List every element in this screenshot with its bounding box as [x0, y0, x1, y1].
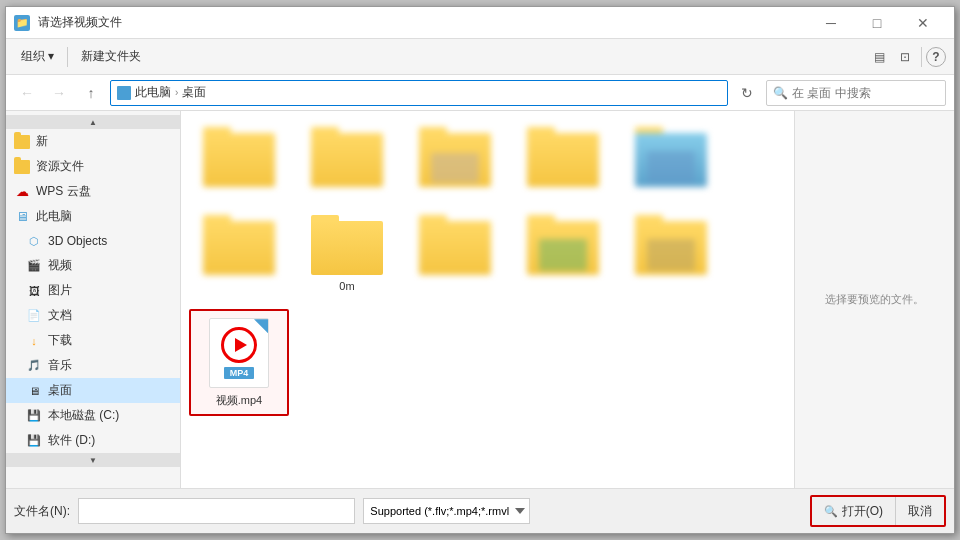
folder-icon-5 [635, 127, 707, 187]
organize-button[interactable]: 组织 ▾ [14, 45, 61, 69]
forward-button[interactable]: → [46, 80, 72, 106]
open-icon: 🔍 [824, 505, 838, 518]
title-bar: 📁 请选择视频文件 ─ □ ✕ [6, 7, 954, 39]
file-area: 0m [181, 111, 794, 488]
path-separator: › [175, 87, 178, 98]
file-dialog: 📁 请选择视频文件 ─ □ ✕ 组织 ▾ 新建文件夹 ▤ ⊡ ? ← → ↑ 此… [5, 6, 955, 534]
documents-icon: 📄 [26, 308, 42, 324]
sidebar-item-wps[interactable]: ☁ WPS 云盘 [6, 179, 180, 204]
preview-panel: 选择要预览的文件。 [794, 111, 954, 488]
folder-shape [14, 160, 30, 174]
sidebar-scroll-down[interactable]: ▼ [6, 453, 180, 467]
folder-shape [14, 135, 30, 149]
sidebar-item-video[interactable]: 🎬 视频 [6, 253, 180, 278]
folder-icon-4 [527, 127, 599, 187]
sidebar-label-music: 音乐 [48, 357, 72, 374]
sidebar: ▲ 新 资源文件 ☁ WPS 云盘 🖥 [6, 111, 181, 488]
sidebar-item-resources[interactable]: 资源文件 [6, 154, 180, 179]
folder-icon-7 [311, 215, 383, 275]
desktop-icon: 🖥 [26, 383, 42, 399]
sidebar-label-software-d: 软件 (D:) [48, 432, 95, 449]
folder-icon-3 [419, 127, 491, 187]
video-icon: 🎬 [26, 258, 42, 274]
search-box: 🔍 [766, 80, 946, 106]
path-icon [117, 86, 131, 100]
file-item-folder1[interactable] [189, 119, 289, 199]
mp4-label: 视频.mp4 [216, 393, 262, 407]
title-buttons: ─ □ ✕ [808, 7, 946, 39]
sidebar-item-downloads[interactable]: ↓ 下载 [6, 328, 180, 353]
folder-label-7: 0m [339, 279, 354, 293]
filename-input[interactable] [78, 498, 355, 524]
up-button[interactable]: ↑ [78, 80, 104, 106]
maximize-button[interactable]: □ [854, 7, 900, 39]
file-item-folder6[interactable] [189, 207, 289, 301]
mp4-fold [254, 319, 268, 333]
sidebar-item-desktop[interactable]: 🖥 桌面 [6, 378, 180, 403]
refresh-button[interactable]: ↻ [734, 80, 760, 106]
cancel-button[interactable]: 取消 [896, 497, 944, 525]
back-button[interactable]: ← [14, 80, 40, 106]
bottom-bar: 文件名(N): Supported (*.flv;*.mp4;*.rmvl 🔍 … [6, 488, 954, 533]
folder-icon-6 [203, 215, 275, 275]
file-item-folder10[interactable] [621, 207, 721, 301]
help-button[interactable]: ? [926, 47, 946, 67]
path-pc: 此电脑 [135, 84, 171, 101]
3d-icon: ⬡ [26, 233, 42, 249]
action-buttons: 🔍 打开(O) 取消 [810, 495, 946, 527]
sidebar-label-documents: 文档 [48, 307, 72, 324]
file-item-mp4[interactable]: MP4 视频.mp4 [189, 309, 289, 415]
filename-label: 文件名(N): [14, 503, 70, 520]
new-folder-button[interactable]: 新建文件夹 [74, 45, 148, 69]
filetype-select[interactable]: Supported (*.flv;*.mp4;*.rmvl [363, 498, 530, 524]
wps-icon: ☁ [14, 184, 30, 200]
sidebar-label-wps: WPS 云盘 [36, 183, 91, 200]
view-icon-button[interactable]: ▤ [867, 45, 891, 69]
sidebar-item-documents[interactable]: 📄 文档 [6, 303, 180, 328]
file-list: 0m [181, 111, 794, 488]
file-item-folder5[interactable] [621, 119, 721, 199]
folder-icon-9 [527, 215, 599, 275]
folder-icon-10 [635, 215, 707, 275]
sidebar-item-this-pc[interactable]: 🖥 此电脑 [6, 204, 180, 229]
dialog-title: 请选择视频文件 [38, 14, 808, 31]
close-button[interactable]: ✕ [900, 7, 946, 39]
search-input[interactable] [792, 86, 942, 100]
file-item-folder8[interactable] [405, 207, 505, 301]
file-item-folder7[interactable]: 0m [297, 207, 397, 301]
sidebar-item-music[interactable]: 🎵 音乐 [6, 353, 180, 378]
pictures-icon: 🖼 [26, 283, 42, 299]
sidebar-item-local-c[interactable]: 💾 本地磁盘 (C:) [6, 403, 180, 428]
sidebar-label-resources: 资源文件 [36, 158, 84, 175]
file-item-folder9[interactable] [513, 207, 613, 301]
toolbar-separator [67, 47, 68, 67]
mp4-file-bg: MP4 [209, 318, 269, 388]
path-desktop: 桌面 [182, 84, 206, 101]
folder-icon-resources [14, 159, 30, 175]
search-icon: 🔍 [773, 86, 788, 100]
sidebar-item-3d[interactable]: ⬡ 3D Objects [6, 229, 180, 253]
view-controls: ▤ ⊡ ? [867, 45, 946, 69]
mp4-badge: MP4 [224, 367, 255, 379]
minimize-button[interactable]: ─ [808, 7, 854, 39]
folder-icon-8 [419, 215, 491, 275]
file-item-folder2[interactable] [297, 119, 397, 199]
sidebar-label-this-pc: 此电脑 [36, 208, 72, 225]
downloads-icon: ↓ [26, 333, 42, 349]
folder-icon-new [14, 134, 30, 150]
window-icon-button[interactable]: ⊡ [893, 45, 917, 69]
sidebar-item-software-d[interactable]: 💾 软件 (D:) [6, 428, 180, 453]
main-content: ▲ 新 资源文件 ☁ WPS 云盘 🖥 [6, 111, 954, 488]
sidebar-label-pictures: 图片 [48, 282, 72, 299]
mp4-play-triangle [235, 338, 247, 352]
sidebar-scroll-up[interactable]: ▲ [6, 115, 180, 129]
file-item-folder4[interactable] [513, 119, 613, 199]
drive-d-icon: 💾 [26, 433, 42, 449]
open-button[interactable]: 🔍 打开(O) [812, 497, 896, 525]
sidebar-item-pictures[interactable]: 🖼 图片 [6, 278, 180, 303]
file-item-folder3[interactable] [405, 119, 505, 199]
address-path[interactable]: 此电脑 › 桌面 [110, 80, 728, 106]
sidebar-item-new[interactable]: 新 [6, 129, 180, 154]
sidebar-label-video: 视频 [48, 257, 72, 274]
mp4-play-circle [221, 327, 257, 363]
